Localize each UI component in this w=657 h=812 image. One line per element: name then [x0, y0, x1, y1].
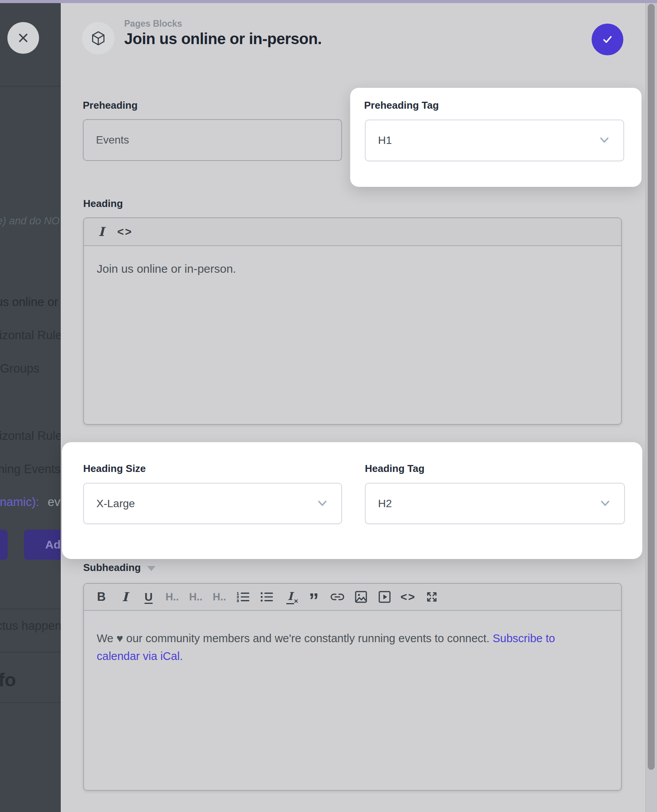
heading-editor-toolbar: I <>: [84, 218, 621, 246]
breadcrumb: Pages Blocks: [124, 19, 182, 29]
modal-close-button[interactable]: [7, 22, 39, 54]
cube-icon: [89, 29, 107, 47]
heading-size-label: Heading Size: [83, 463, 146, 475]
confirm-button[interactable]: [592, 24, 623, 55]
collapse-caret-icon[interactable]: [147, 566, 156, 571]
chevron-down-icon: [599, 137, 610, 144]
heading-label: Heading: [83, 198, 123, 210]
bg-button-partial: [0, 530, 8, 560]
bold-icon[interactable]: B: [92, 588, 110, 606]
subscribe-link[interactable]: Subscribe to: [493, 632, 555, 644]
bg-text-fragment: Groups: [0, 362, 39, 376]
bg-section-title-fragment: fo: [0, 669, 16, 691]
scrollbar-thumb[interactable]: [648, 4, 655, 770]
bg-text-fragment: ming Events: [0, 462, 61, 476]
heading-tag-label: Heading Tag: [365, 463, 424, 475]
video-icon[interactable]: [376, 588, 394, 606]
page-title: Join us online or in-person.: [124, 30, 322, 48]
bg-text-fragment: us online or i: [0, 295, 61, 309]
divider: [0, 86, 61, 87]
bg-text-fragment: rizontal Rule: [0, 328, 61, 342]
heading2-icon[interactable]: H..: [187, 588, 205, 606]
clear-formatting-icon[interactable]: I×: [281, 588, 299, 606]
code-icon[interactable]: <>: [399, 588, 417, 606]
subheading-editor-content[interactable]: We ♥ our community members and we're con…: [84, 629, 621, 665]
preheading-tag-select[interactable]: H1: [365, 120, 624, 161]
subheading-label: Subheading: [83, 562, 141, 574]
screen: { "colors": { "accent": "#4c38d4", "link…: [0, 0, 657, 812]
close-icon: [17, 32, 29, 44]
preheading-value: Events: [96, 134, 129, 146]
italic-icon[interactable]: I: [116, 588, 134, 606]
subheading-editor[interactable]: B I U H.. H.. H.. 1 2 3 I×: [83, 583, 622, 791]
link-icon[interactable]: [328, 588, 346, 606]
bg-text-fragment: ynamic):ev: [0, 495, 60, 509]
heading-editor[interactable]: I <> Join us online or in-person.: [83, 217, 622, 425]
heading-size-value: X-Large: [96, 497, 135, 510]
heading-tag-select[interactable]: H2: [365, 483, 625, 524]
subheading-text: We ♥ our community members and we're con…: [97, 632, 493, 644]
italic-icon[interactable]: I: [92, 222, 110, 241]
heading-size-tag-card: Heading Size X-Large Heading Tag H2: [62, 442, 642, 559]
heading-editor-content[interactable]: Join us online or in-person.: [84, 262, 621, 275]
top-edge-strip: [0, 0, 657, 3]
preheading-input[interactable]: Events: [83, 119, 342, 161]
ordered-list-icon[interactable]: 1 2 3: [234, 588, 252, 606]
subheading-line-2: calendar via iCal.: [97, 647, 608, 665]
divider: [0, 609, 61, 609]
bg-text-fragment: e) and do NOT: [0, 215, 61, 227]
preheading-tag-label: Preheading Tag: [364, 99, 439, 111]
blockquote-icon[interactable]: ”: [305, 584, 323, 610]
bg-text-fragment: ctus happen: [0, 619, 61, 633]
heading-size-select[interactable]: X-Large: [83, 483, 342, 524]
heading1-icon[interactable]: H..: [163, 588, 181, 606]
code-icon[interactable]: <>: [116, 222, 134, 241]
fullscreen-icon[interactable]: [423, 588, 441, 606]
check-icon: [600, 32, 615, 47]
underline-icon[interactable]: U: [140, 588, 157, 606]
subheading-label-row: Subheading: [83, 562, 156, 574]
bg-dynamic-label: ynamic):: [0, 495, 39, 509]
heading-text: Join us online or in-person.: [97, 262, 236, 275]
block-editor-panel: Pages Blocks Join us online or in-person…: [61, 3, 657, 812]
divider: [0, 652, 61, 653]
preheading-label: Preheading: [83, 99, 138, 111]
bg-add-button-label: Add: [24, 530, 61, 560]
chevron-down-icon: [317, 500, 328, 508]
divider: [0, 702, 61, 703]
image-icon[interactable]: [352, 588, 370, 606]
subheading-line-1: We ♥ our community members and we're con…: [97, 629, 608, 647]
preheading-tag-value: H1: [378, 134, 392, 147]
bg-dynamic-value: ev: [48, 495, 60, 509]
block-icon-badge: [82, 22, 115, 55]
bg-add-button: Add: [24, 530, 61, 560]
heading3-icon[interactable]: H..: [210, 588, 228, 606]
preheading-tag-card: Preheading Tag H1: [350, 88, 642, 187]
bg-text-fragment: rizontal Rule: [0, 429, 61, 443]
subheading-editor-toolbar: B I U H.. H.. H.. 1 2 3 I×: [84, 584, 621, 611]
svg-text:3: 3: [237, 598, 239, 603]
chevron-down-icon: [599, 500, 611, 508]
bullet-list-icon[interactable]: [258, 588, 275, 606]
heading-tag-value: H2: [378, 497, 392, 510]
background-page-sidebar: e) and do NOT us online or i rizontal Ru…: [0, 3, 61, 812]
subscribe-link[interactable]: calendar via iCal.: [97, 650, 183, 662]
